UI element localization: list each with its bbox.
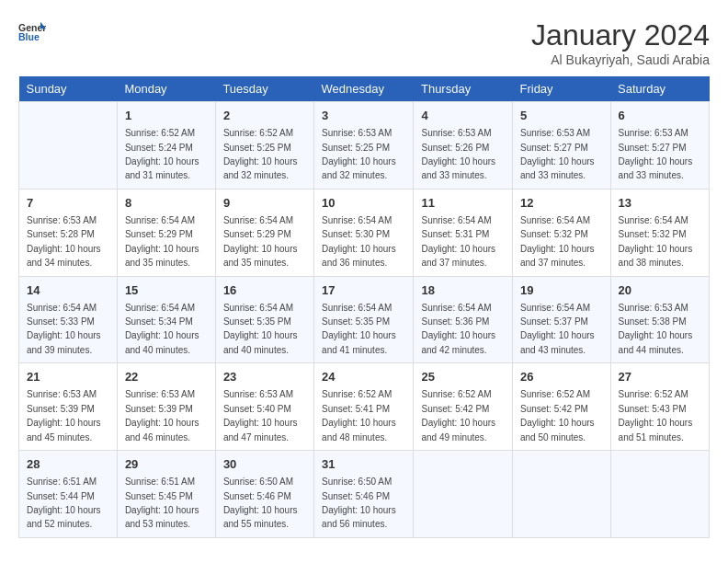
logo-icon: General Blue [18, 18, 46, 46]
calendar-day-cell: 5 Sunrise: 6:53 AM Sunset: 5:27 PM Dayli… [512, 102, 610, 190]
weekday-header: Tuesday [215, 76, 313, 102]
calendar-week-row: 21 Sunrise: 6:53 AM Sunset: 5:39 PM Dayl… [19, 363, 710, 451]
day-number: 22 [125, 369, 208, 385]
sunset-info: Sunset: 5:24 PM [125, 143, 193, 153]
sunset-info: Sunset: 5:26 PM [421, 143, 489, 153]
day-number: 1 [125, 108, 208, 124]
weekday-header: Wednesday [314, 76, 414, 102]
sunset-info: Sunset: 5:35 PM [223, 316, 291, 327]
day-number: 7 [27, 195, 109, 212]
calendar-day-cell: 26 Sunrise: 6:52 AM Sunset: 5:42 PM Dayl… [512, 363, 610, 451]
calendar-day-cell: 23 Sunrise: 6:53 AM Sunset: 5:40 PM Dayl… [215, 363, 313, 451]
day-number: 16 [223, 282, 306, 299]
sunset-info: Sunset: 5:40 PM [223, 404, 291, 414]
day-number: 6 [619, 108, 701, 124]
day-number: 10 [322, 195, 405, 212]
daylight-info: Daylight: 10 hours and 34 minutes. [27, 244, 101, 268]
sunset-info: Sunset: 5:46 PM [322, 491, 390, 501]
sunrise-info: Sunrise: 6:54 AM [322, 215, 392, 225]
day-number: 31 [322, 456, 405, 473]
sunset-info: Sunset: 5:43 PM [619, 404, 687, 414]
day-number: 13 [619, 195, 701, 212]
sunrise-info: Sunrise: 6:54 AM [223, 303, 293, 313]
sunrise-info: Sunrise: 6:52 AM [421, 389, 491, 399]
day-number: 3 [322, 108, 405, 124]
daylight-info: Daylight: 10 hours and 40 minutes. [125, 330, 199, 354]
calendar-day-cell: 30 Sunrise: 6:50 AM Sunset: 5:46 PM Dayl… [215, 451, 313, 538]
sunrise-info: Sunrise: 6:52 AM [619, 389, 688, 399]
sunset-info: Sunset: 5:34 PM [125, 316, 193, 327]
sunrise-info: Sunrise: 6:54 AM [421, 215, 491, 225]
sunrise-info: Sunrise: 6:50 AM [223, 477, 293, 487]
sunset-info: Sunset: 5:32 PM [619, 229, 687, 239]
daylight-info: Daylight: 10 hours and 32 minutes. [322, 156, 396, 180]
calendar-day-cell: 28 Sunrise: 6:51 AM Sunset: 5:44 PM Dayl… [19, 451, 118, 538]
day-number: 8 [125, 195, 208, 212]
sunrise-info: Sunrise: 6:53 AM [223, 389, 293, 399]
daylight-info: Daylight: 10 hours and 33 minutes. [619, 156, 693, 180]
daylight-info: Daylight: 10 hours and 47 minutes. [223, 418, 298, 442]
day-number: 14 [27, 282, 109, 299]
calendar-day-cell: 22 Sunrise: 6:53 AM Sunset: 5:39 PM Dayl… [117, 363, 215, 451]
daylight-info: Daylight: 10 hours and 37 minutes. [421, 244, 495, 268]
daylight-info: Daylight: 10 hours and 45 minutes. [27, 418, 101, 442]
day-number: 2 [223, 108, 306, 124]
calendar-day-cell: 6 Sunrise: 6:53 AM Sunset: 5:27 PM Dayli… [610, 102, 709, 190]
sunrise-info: Sunrise: 6:53 AM [27, 389, 97, 399]
weekday-header: Monday [117, 76, 215, 102]
day-number: 23 [223, 369, 306, 385]
calendar-day-cell: 18 Sunrise: 6:54 AM Sunset: 5:36 PM Dayl… [414, 276, 513, 363]
month-year-title: January 2024 [531, 18, 710, 52]
sunset-info: Sunset: 5:42 PM [520, 404, 588, 414]
calendar-day-cell: 12 Sunrise: 6:54 AM Sunset: 5:32 PM Dayl… [512, 189, 610, 276]
day-number: 21 [27, 369, 109, 385]
sunset-info: Sunset: 5:31 PM [421, 229, 489, 239]
day-number: 9 [223, 195, 306, 212]
day-number: 27 [619, 369, 701, 385]
day-number: 4 [421, 108, 505, 124]
day-number: 12 [520, 195, 603, 212]
title-section: January 2024 Al Bukayriyah, Saudi Arabia [531, 18, 710, 67]
sunrise-info: Sunrise: 6:52 AM [520, 389, 590, 399]
calendar-day-cell: 19 Sunrise: 6:54 AM Sunset: 5:37 PM Dayl… [512, 276, 610, 363]
calendar-week-row: 7 Sunrise: 6:53 AM Sunset: 5:28 PM Dayli… [19, 189, 710, 276]
calendar-day-cell: 27 Sunrise: 6:52 AM Sunset: 5:43 PM Dayl… [610, 363, 709, 451]
calendar-day-cell: 10 Sunrise: 6:54 AM Sunset: 5:30 PM Dayl… [314, 189, 414, 276]
daylight-info: Daylight: 10 hours and 39 minutes. [27, 330, 101, 354]
sunrise-info: Sunrise: 6:52 AM [125, 128, 195, 138]
sunset-info: Sunset: 5:36 PM [421, 316, 489, 327]
day-number: 5 [520, 108, 603, 124]
sunrise-info: Sunrise: 6:54 AM [27, 303, 97, 313]
calendar-day-cell: 13 Sunrise: 6:54 AM Sunset: 5:32 PM Dayl… [610, 189, 709, 276]
weekday-header-row: SundayMondayTuesdayWednesdayThursdayFrid… [19, 76, 710, 102]
weekday-header: Saturday [610, 76, 709, 102]
sunrise-info: Sunrise: 6:53 AM [27, 215, 97, 225]
logo: General Blue [18, 18, 46, 46]
daylight-info: Daylight: 10 hours and 38 minutes. [619, 244, 693, 268]
day-number: 11 [421, 195, 505, 212]
sunrise-info: Sunrise: 6:53 AM [619, 128, 688, 138]
weekday-header: Thursday [414, 76, 513, 102]
sunrise-info: Sunrise: 6:54 AM [520, 303, 590, 313]
sunrise-info: Sunrise: 6:54 AM [421, 303, 491, 313]
calendar-table: SundayMondayTuesdayWednesdayThursdayFrid… [18, 76, 710, 538]
calendar-week-row: 1 Sunrise: 6:52 AM Sunset: 5:24 PM Dayli… [19, 102, 710, 190]
calendar-day-cell: 1 Sunrise: 6:52 AM Sunset: 5:24 PM Dayli… [117, 102, 215, 190]
daylight-info: Daylight: 10 hours and 43 minutes. [520, 330, 595, 354]
calendar-day-cell: 7 Sunrise: 6:53 AM Sunset: 5:28 PM Dayli… [19, 189, 118, 276]
sunrise-info: Sunrise: 6:52 AM [322, 389, 392, 399]
day-number: 29 [125, 456, 208, 473]
sunset-info: Sunset: 5:27 PM [520, 143, 588, 153]
calendar-day-cell: 15 Sunrise: 6:54 AM Sunset: 5:34 PM Dayl… [117, 276, 215, 363]
calendar-day-cell: 25 Sunrise: 6:52 AM Sunset: 5:42 PM Dayl… [414, 363, 513, 451]
calendar-day-cell [512, 451, 610, 538]
daylight-info: Daylight: 10 hours and 36 minutes. [322, 244, 396, 268]
daylight-info: Daylight: 10 hours and 41 minutes. [322, 330, 396, 354]
sunrise-info: Sunrise: 6:53 AM [322, 128, 392, 138]
sunset-info: Sunset: 5:29 PM [125, 229, 193, 239]
sunset-info: Sunset: 5:41 PM [322, 404, 390, 414]
calendar-day-cell: 31 Sunrise: 6:50 AM Sunset: 5:46 PM Dayl… [314, 451, 414, 538]
day-number: 25 [421, 369, 505, 385]
sunset-info: Sunset: 5:42 PM [421, 404, 489, 414]
location-subtitle: Al Bukayriyah, Saudi Arabia [531, 52, 710, 67]
